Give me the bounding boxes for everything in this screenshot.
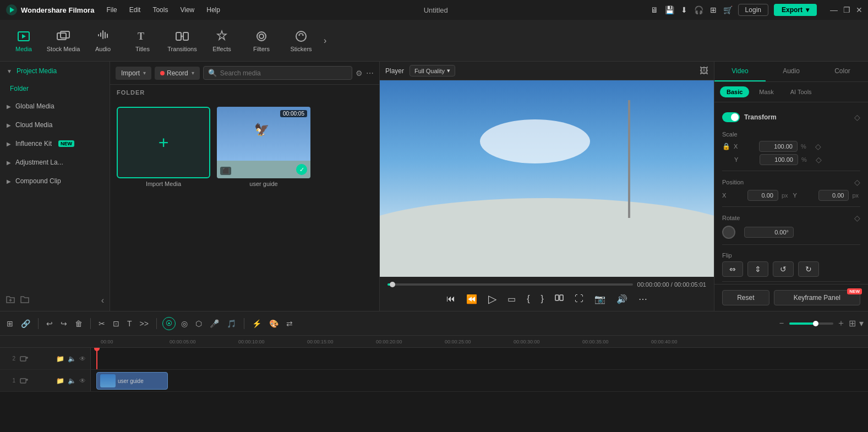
timeline-color-match-button[interactable]: 🎨 [267, 317, 281, 330]
timeline-redo-button[interactable]: ↪ [58, 317, 69, 330]
sidebar-collapse-button[interactable]: ‹ [101, 296, 104, 305]
rotate-dial[interactable] [722, 226, 735, 239]
subtab-ai-tools[interactable]: AI Tools [784, 86, 818, 97]
crop-button[interactable]: ▭ [506, 293, 517, 305]
menu-view[interactable]: View [179, 4, 195, 16]
fullscreen-button[interactable]: ⛶ [574, 293, 585, 305]
frame-back-button[interactable]: ⏪ [465, 293, 478, 305]
close-button[interactable]: ✕ [856, 6, 862, 14]
track-2-folder-icon[interactable]: 📁 [56, 355, 64, 363]
cart-icon[interactable]: 🛒 [723, 6, 733, 14]
media-item-user-guide[interactable]: 🦅 00:00:05 ✓ ⬛ user guide [217, 107, 310, 189]
track-1-folder-icon[interactable]: 📁 [56, 377, 64, 385]
zoom-minus-button[interactable]: － [777, 318, 786, 329]
minimize-button[interactable]: — [830, 6, 838, 14]
track-clip-user-guide[interactable]: user guide [96, 372, 168, 390]
audio-button[interactable]: 🔊 [615, 293, 629, 305]
step-back-button[interactable]: ⏮ [445, 293, 456, 305]
timeline-link-button[interactable]: 🔗 [19, 317, 32, 330]
toolbar-media[interactable]: Media [4, 22, 43, 59]
zoom-slider[interactable] [789, 322, 833, 325]
save-icon[interactable]: 💾 [665, 6, 674, 14]
toolbar-audio[interactable]: Audio [84, 22, 122, 59]
timeline-snap-button[interactable]: ⦿ [162, 317, 176, 330]
timeline-undo-button[interactable]: ↩ [44, 317, 55, 330]
menu-help[interactable]: Help [205, 4, 221, 16]
tab-video[interactable]: Video [714, 62, 766, 81]
timeline-wave-button[interactable]: ◎ [179, 317, 190, 330]
timeline-crop-button[interactable]: ⊡ [111, 317, 122, 330]
menu-file[interactable]: File [105, 4, 118, 16]
sidebar-item-compound-clip[interactable]: ▶ Compound Clip [0, 172, 110, 190]
toolbar-titles[interactable]: T Titles [123, 22, 162, 59]
record-button[interactable]: Record ▾ [155, 67, 200, 80]
timeline-cut-button[interactable]: ✂ [96, 317, 107, 330]
rotate-keyframe[interactable]: ◇ [854, 214, 860, 222]
position-y-value[interactable]: 0.00 [818, 190, 849, 201]
progress-bar[interactable] [387, 283, 633, 286]
timeline-more-button[interactable]: >> [138, 317, 151, 330]
toolbar-effects[interactable]: Effects [203, 22, 241, 59]
download-icon[interactable]: ⬇ [681, 6, 687, 14]
flip-horizontal-button[interactable]: ⇔ [722, 261, 743, 277]
login-button[interactable]: Login [738, 4, 768, 16]
menu-tools[interactable]: Tools [151, 4, 169, 16]
timeline-add-track-button[interactable]: ⊞ [4, 317, 15, 330]
timeline-audio-track-button[interactable]: 🎵 [225, 317, 238, 330]
transform-toggle[interactable] [722, 112, 740, 122]
filter-icon[interactable]: ⚙ [356, 69, 363, 78]
flip-rotate-right-button[interactable]: ↻ [798, 261, 819, 277]
screen-icon[interactable]: 🖥 [651, 6, 658, 14]
headphones-icon[interactable]: 🎧 [694, 6, 703, 14]
player-screenshot-icon[interactable]: 🖼 [700, 66, 708, 76]
search-box[interactable]: 🔍 [203, 66, 352, 80]
timeline-text-button[interactable]: T [125, 317, 134, 330]
timeline-scene-detect-button[interactable]: ⚡ [250, 317, 264, 330]
track-2-eye-icon[interactable]: 👁 [79, 355, 86, 363]
transform-keyframe-diamond[interactable]: ◇ [854, 113, 860, 122]
search-input[interactable] [220, 69, 347, 77]
track-1-add[interactable] [20, 376, 29, 386]
scale-x-keyframe[interactable]: ◇ [815, 142, 821, 151]
position-keyframe[interactable]: ◇ [854, 178, 860, 187]
toolbar-transitions[interactable]: Transitions [163, 22, 201, 59]
timeline-transition-button[interactable]: ⇄ [284, 317, 295, 330]
tab-audio[interactable]: Audio [766, 62, 817, 81]
scale-y-value[interactable]: 100.00 [760, 154, 798, 165]
track-1-audio-icon[interactable]: 🔈 [68, 377, 76, 385]
timeline-settings-button[interactable]: ▾ [859, 318, 864, 329]
lock-icon[interactable]: 🔒 [722, 143, 730, 150]
mark-in-button[interactable]: { [526, 293, 531, 305]
layout-icon[interactable]: ⊞ [710, 6, 717, 14]
add-folder-button[interactable] [6, 294, 15, 307]
sidebar-item-influence-kit[interactable]: ▶ Influence Kit NEW [0, 134, 110, 153]
import-media-card[interactable]: + Import Media [117, 107, 210, 189]
more-options-icon[interactable]: ⋯ [366, 69, 374, 78]
flip-rotate-left-button[interactable]: ↺ [773, 261, 794, 277]
keyframe-panel-button[interactable]: Keyframe Panel NEW [774, 290, 860, 305]
subtab-basic[interactable]: Basic [720, 86, 749, 97]
toolbar-filters[interactable]: Filters [242, 22, 281, 59]
split-button[interactable] [554, 292, 565, 305]
zoom-plus-button[interactable]: ＋ [837, 318, 845, 329]
sidebar-item-adjustment-layer[interactable]: ▶ Adjustment La... [0, 153, 110, 172]
sidebar-folder[interactable]: Folder [0, 80, 110, 97]
toolbar-stickers[interactable]: Stickers [282, 22, 320, 59]
toolbar-stock-media[interactable]: Stock Media [44, 22, 83, 59]
scale-x-value[interactable]: 100.00 [759, 141, 798, 152]
tab-color[interactable]: Color [817, 62, 868, 81]
timeline-shield-button[interactable]: ⬡ [193, 317, 204, 330]
timeline-mic-button[interactable]: 🎤 [208, 317, 221, 330]
mark-out-button[interactable]: } [540, 293, 545, 305]
more-controls-button[interactable]: ⋯ [637, 293, 648, 305]
flip-vertical-button[interactable]: ⇕ [747, 261, 768, 277]
sidebar-item-cloud-media[interactable]: ▶ Cloud Media [0, 116, 110, 134]
sidebar-item-global-media[interactable]: ▶ Global Media [0, 97, 110, 116]
timeline-layout-button[interactable]: ⊞ [849, 318, 856, 329]
position-x-value[interactable]: 0.00 [747, 190, 778, 201]
quality-select[interactable]: Full Quality ▾ [410, 65, 455, 76]
toolbar-more-arrow[interactable]: › [324, 36, 326, 46]
scale-y-keyframe[interactable]: ◇ [816, 155, 822, 164]
import-button[interactable]: Import ▾ [116, 67, 151, 80]
track-1-eye-icon[interactable]: 👁 [79, 377, 86, 385]
